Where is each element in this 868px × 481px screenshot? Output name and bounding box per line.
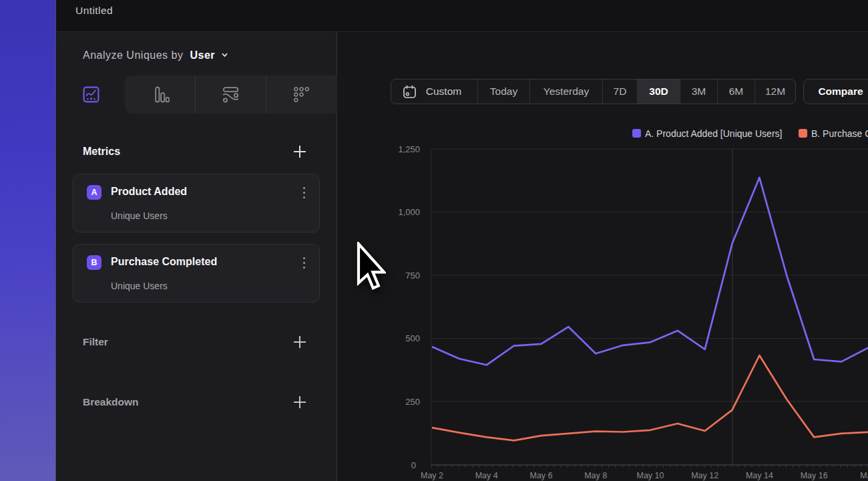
svg-text:A. Product Added [Unique Users: A. Product Added [Unique Users]	[645, 128, 782, 139]
svg-text:May 4: May 4	[475, 471, 498, 480]
svg-text:May 14: May 14	[746, 471, 773, 480]
svg-text:May 10: May 10	[637, 471, 664, 480]
svg-text:250: 250	[405, 397, 420, 407]
svg-text:May 8: May 8	[584, 471, 607, 480]
svg-text:Ma: Ma	[860, 471, 868, 480]
svg-text:B. Purchase Completed [Uniqu: B. Purchase Completed [Uniqu	[811, 128, 868, 139]
svg-text:May 16: May 16	[801, 471, 828, 480]
svg-text:500: 500	[405, 333, 420, 343]
svg-text:May 2: May 2	[421, 471, 443, 480]
svg-text:May 6: May 6	[529, 471, 552, 480]
svg-text:0: 0	[411, 460, 416, 470]
svg-text:750: 750	[405, 271, 420, 281]
svg-text:1,000: 1,000	[398, 207, 420, 217]
svg-text:May 12: May 12	[691, 471, 718, 480]
svg-text:1,250: 1,250	[398, 144, 420, 154]
